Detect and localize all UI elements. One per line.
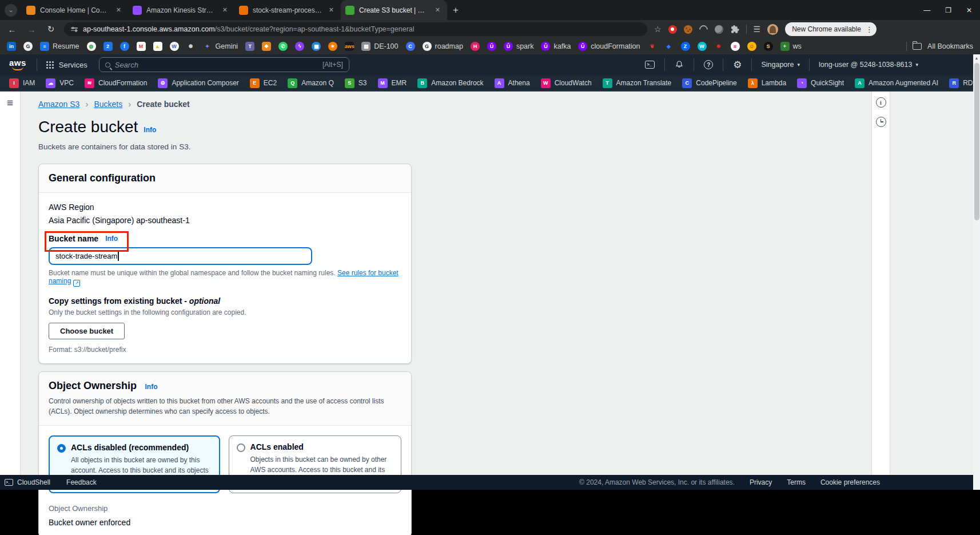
favorite-service-item[interactable]: C CodePipeline: [682, 78, 736, 88]
browser-tab[interactable]: Amazon Kinesis Streams ✕: [128, 0, 234, 20]
window-close-button[interactable]: ✕: [966, 6, 972, 14]
bookmark-item[interactable]: W: [698, 42, 707, 51]
favorite-service-item[interactable]: ≋ CloudFormation: [85, 78, 147, 88]
tab-close-icon[interactable]: ✕: [433, 5, 443, 15]
bookmark-item[interactable]: ϟ: [295, 42, 304, 51]
bookmark-item[interactable]: ✶: [328, 42, 337, 51]
bookmark-item[interactable]: 2: [103, 42, 113, 51]
window-restore-button[interactable]: ❐: [945, 6, 951, 14]
page-scrollbar[interactable]: ▲: [973, 54, 980, 490]
help-icon[interactable]: ?: [694, 60, 723, 69]
reload-icon[interactable]: ↻: [45, 24, 57, 34]
browser-menu-icon[interactable]: ⋮: [866, 25, 873, 34]
notifications-bell-icon[interactable]: [665, 60, 694, 69]
bookmark-item[interactable]: Z: [681, 42, 690, 51]
bookmark-star-icon[interactable]: ☆: [654, 25, 662, 34]
favorite-service-item[interactable]: W CloudWatch: [541, 78, 592, 88]
favorite-service-item[interactable]: Q Amazon Q: [288, 78, 334, 88]
privacy-link[interactable]: Privacy: [750, 478, 772, 486]
bookmark-item[interactable]: ❖: [262, 42, 271, 51]
bookmark-item[interactable]: H: [471, 42, 480, 51]
bookmark-item[interactable]: ◍: [87, 42, 96, 51]
favorite-service-item[interactable]: E EC2: [250, 78, 277, 88]
browser-tab[interactable]: stock-stream-processor ✕: [234, 0, 341, 20]
browser-tab[interactable]: Console Home | Console ✕: [22, 0, 128, 20]
region-selector[interactable]: Singapore ▾: [752, 61, 809, 69]
all-bookmarks[interactable]: All Bookmarks: [906, 42, 973, 51]
bookmark-item[interactable]: M: [137, 42, 146, 51]
bookmark-item[interactable]: ☺: [747, 42, 756, 51]
cookie-preferences-link[interactable]: Cookie preferences: [820, 478, 880, 486]
settings-gear-icon[interactable]: ⚙: [723, 59, 751, 71]
bookmark-item[interactable]: aws: [345, 42, 354, 51]
window-minimize-button[interactable]: —: [923, 6, 930, 14]
bookmark-item[interactable]: f: [120, 42, 129, 51]
terms-link[interactable]: Terms: [787, 478, 806, 486]
title-info-link[interactable]: Info: [144, 126, 156, 134]
bookmark-item[interactable]: T: [245, 42, 254, 51]
services-menu-button[interactable]: Services: [37, 61, 97, 69]
radio-selected-icon[interactable]: [57, 444, 66, 453]
bookmark-item[interactable]: G: [23, 42, 33, 51]
bookmark-item[interactable]: Û: [487, 42, 496, 51]
bookmark-item[interactable]: + ws: [780, 42, 802, 51]
extension-recorder-icon[interactable]: [668, 25, 677, 34]
tab-search-icon[interactable]: ⌄: [5, 4, 17, 17]
bookmark-item[interactable]: ❦: [648, 42, 657, 51]
reading-list-icon[interactable]: ☰: [754, 25, 761, 34]
forward-icon[interactable]: →: [25, 25, 38, 34]
tab-close-icon[interactable]: ✕: [114, 5, 124, 15]
bookmark-item[interactable]: G roadmap: [423, 42, 463, 51]
chrome-update-button[interactable]: New Chrome available ⋮: [785, 22, 877, 36]
bookmark-item[interactable]: ▤ DE-100: [361, 42, 398, 51]
bookmark-item[interactable]: in: [7, 42, 16, 51]
favorite-service-item[interactable]: ◔ QuickSight: [797, 78, 844, 88]
favorite-service-item[interactable]: T Amazon Translate: [603, 78, 672, 88]
scrollbar-thumb[interactable]: [974, 63, 979, 220]
back-icon[interactable]: ←: [6, 25, 18, 34]
breadcrumb-link-s3[interactable]: Amazon S3: [38, 100, 79, 109]
info-panel-icon[interactable]: i: [876, 97, 886, 108]
bookmark-item[interactable]: Û kafka: [541, 42, 571, 51]
bookmark-item[interactable]: W: [170, 42, 179, 51]
aws-search-input[interactable]: Search [Alt+S]: [99, 57, 349, 72]
favorite-service-item[interactable]: I IAM: [9, 78, 35, 88]
bookmark-item[interactable]: ✆: [278, 42, 288, 51]
favorite-service-item[interactable]: B Amazon Bedrock: [417, 78, 483, 88]
bookmark-item[interactable]: ≡ Resume: [40, 42, 79, 51]
breadcrumb-link-buckets[interactable]: Buckets: [94, 100, 122, 109]
bookmark-item[interactable]: Û spark: [504, 42, 534, 51]
aws-logo[interactable]: aws: [9, 59, 26, 70]
bookmark-item[interactable]: ✦ Gemini: [203, 42, 238, 51]
cloudshell-button[interactable]: >_ CloudShell: [5, 478, 50, 486]
site-settings-icon[interactable]: [71, 27, 78, 31]
favorite-service-item[interactable]: A Athena: [495, 78, 530, 88]
account-menu[interactable]: long-user @ 5248-1038-8613 ▾: [810, 61, 927, 69]
new-tab-button[interactable]: +: [453, 5, 459, 16]
address-bar[interactable]: ap-southeast-1.console.aws.amazon.com/s3…: [64, 22, 647, 36]
extension-sphere-icon[interactable]: [715, 25, 723, 34]
hamburger-menu-icon[interactable]: ≡: [5, 97, 16, 109]
bookmark-item[interactable]: ❋: [714, 42, 723, 51]
feedback-button[interactable]: Feedback: [66, 478, 97, 486]
bookmark-item[interactable]: C: [406, 42, 415, 51]
ownership-info-link[interactable]: Info: [145, 383, 157, 391]
bookmark-item[interactable]: ◆: [664, 42, 674, 51]
extensions-puzzle-icon[interactable]: [730, 25, 739, 34]
extension-arc-icon[interactable]: [697, 23, 709, 35]
favorite-service-item[interactable]: M EMR: [378, 78, 407, 88]
browser-tab[interactable]: Create S3 bucket | S3 | ap ✕: [341, 0, 447, 20]
favorite-service-item[interactable]: S S3: [345, 78, 367, 88]
favorite-service-item[interactable]: λ Lambda: [748, 78, 786, 88]
tab-close-icon[interactable]: ✕: [326, 5, 336, 15]
favorite-service-item[interactable]: A Amazon Augmented AI: [855, 78, 938, 88]
tab-close-icon[interactable]: ✕: [220, 5, 230, 15]
cloudshell-icon[interactable]: >_: [635, 61, 664, 69]
bookmark-item[interactable]: Û cloudFormation: [578, 42, 640, 51]
extension-cookie-icon[interactable]: [684, 25, 692, 34]
choose-bucket-button[interactable]: Choose bucket: [49, 323, 125, 339]
bookmark-item[interactable]: S: [764, 42, 773, 51]
favorite-service-item[interactable]: ⚙ Application Composer: [158, 78, 238, 88]
radio-unselected-icon[interactable]: [237, 443, 245, 452]
favorite-service-item[interactable]: ☁ VPC: [46, 78, 74, 88]
